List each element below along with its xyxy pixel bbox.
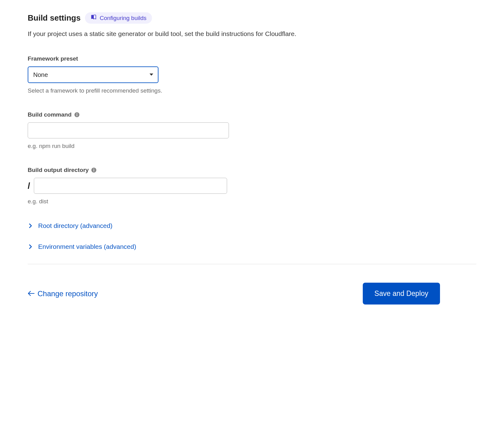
build-command-label: Build command: [28, 111, 72, 118]
book-icon: [90, 14, 97, 22]
build-command-input[interactable]: [28, 122, 229, 138]
framework-preset-select[interactable]: None: [28, 66, 158, 83]
field-output-directory: Build output directory / e.g. dist: [28, 167, 476, 205]
section-description: If your project uses a static site gener…: [28, 29, 476, 38]
build-command-help: e.g. npm run build: [28, 143, 476, 149]
field-build-command: Build command e.g. npm run build: [28, 111, 476, 149]
expander-root-directory-label: Root directory (advanced): [38, 222, 113, 229]
docs-link-label: Configuring builds: [100, 15, 146, 22]
footer-row: Change repository Save and Deploy: [28, 283, 440, 305]
change-repository-link[interactable]: Change repository: [28, 289, 98, 298]
expander-environment-variables[interactable]: Environment variables (advanced): [28, 243, 476, 250]
info-icon[interactable]: [91, 167, 97, 173]
field-framework-preset: Framework preset None Select a framework…: [28, 55, 476, 94]
docs-link-configuring-builds[interactable]: Configuring builds: [85, 12, 152, 24]
save-and-deploy-button[interactable]: Save and Deploy: [363, 283, 440, 305]
divider: [28, 264, 476, 264]
chevron-right-icon: [28, 245, 33, 249]
output-directory-input[interactable]: [34, 178, 227, 194]
svg-point-5: [94, 169, 94, 169]
section-title: Build settings: [28, 13, 81, 23]
arrow-left-icon: [28, 289, 34, 298]
expander-env-vars-label: Environment variables (advanced): [38, 243, 136, 250]
svg-rect-4: [94, 170, 94, 172]
info-icon[interactable]: [74, 112, 80, 117]
output-directory-help: e.g. dist: [28, 198, 476, 205]
svg-point-2: [76, 113, 77, 114]
framework-preset-label: Framework preset: [28, 55, 476, 62]
section-header: Build settings Configuring builds: [28, 12, 476, 24]
expander-root-directory[interactable]: Root directory (advanced): [28, 222, 476, 229]
chevron-right-icon: [28, 224, 33, 228]
framework-preset-value: None: [33, 71, 48, 78]
output-directory-label: Build output directory: [28, 167, 89, 173]
framework-preset-help: Select a framework to prefill recommende…: [28, 87, 476, 94]
output-directory-prefix: /: [28, 181, 30, 191]
change-repository-label: Change repository: [38, 289, 98, 298]
svg-rect-1: [77, 114, 77, 116]
